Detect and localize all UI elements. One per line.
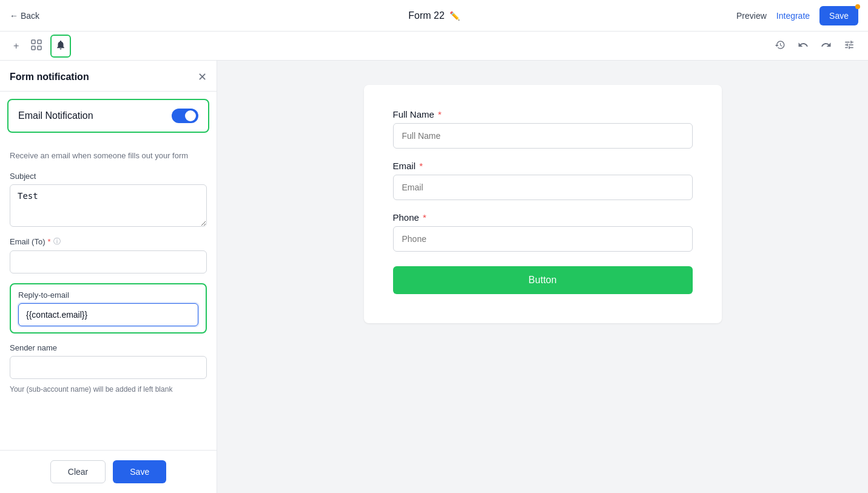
svg-rect-3 (38, 46, 41, 50)
sender-name-input[interactable] (10, 356, 207, 379)
add-element-button[interactable]: + (10, 37, 22, 55)
panel-header: Form notification ✕ (0, 61, 217, 92)
form-title: Form 22 (408, 10, 445, 21)
back-label: Back (21, 11, 39, 21)
full-name-input[interactable] (393, 123, 693, 149)
sidebar-body: Receive an email when someone fills out … (0, 140, 217, 403)
subject-field-group: Subject Test (10, 172, 207, 227)
toolbar-left: + (10, 35, 71, 58)
undo-button[interactable] (794, 36, 812, 56)
full-name-required: * (438, 109, 442, 119)
header-save-button[interactable]: Save (819, 6, 858, 25)
sender-name-label: Sender name (10, 343, 207, 352)
email-to-input[interactable] (10, 250, 207, 273)
back-arrow-icon: ← (10, 11, 18, 21)
required-indicator: * (48, 237, 51, 246)
full-name-field-group: Full Name * (393, 109, 693, 149)
sender-name-field-group: Sender name Your (sub-account name) will… (10, 343, 207, 394)
close-panel-button[interactable]: ✕ (198, 70, 207, 84)
notification-label: Email Notification (18, 110, 93, 121)
svg-rect-2 (32, 46, 35, 50)
main-layout: Form notification ✕ Email Notification R… (0, 61, 868, 493)
reply-to-input[interactable] (18, 303, 198, 326)
svg-rect-1 (38, 40, 41, 44)
toolbar-right (771, 36, 858, 56)
toolbar: + (0, 32, 868, 61)
header-left: ← Back (10, 11, 39, 21)
email-to-field-group: Email (To) * ⓘ (10, 236, 207, 273)
clear-button[interactable]: Clear (50, 460, 106, 483)
sidebar-footer: Clear Save (0, 450, 217, 493)
reply-to-label: Reply-to-email (18, 290, 198, 300)
info-icon[interactable]: ⓘ (53, 236, 61, 247)
email-to-label: Email (To) * ⓘ (10, 236, 207, 247)
panel-title: Form notification (10, 72, 89, 82)
form-preview-card: Full Name * Email * Phone * (364, 85, 722, 323)
email-required: * (419, 161, 423, 171)
full-name-label: Full Name * (393, 109, 693, 119)
phone-field-group: Phone * (393, 212, 693, 252)
back-button[interactable]: ← Back (10, 11, 39, 21)
save-button[interactable]: Save (113, 460, 166, 483)
bell-button[interactable] (50, 35, 71, 58)
svg-rect-0 (32, 40, 35, 44)
header-right: Preview Integrate Save (736, 6, 858, 25)
email-notification-card: Email Notification (7, 99, 209, 133)
history-icon (775, 39, 786, 53)
redo-button[interactable] (817, 36, 835, 56)
preview-button[interactable]: Preview (736, 11, 767, 21)
undo-icon (798, 39, 809, 53)
integrate-button[interactable]: Integrate (776, 11, 810, 21)
email-label: Email * (393, 161, 693, 171)
email-field-group: Email * (393, 161, 693, 200)
toggle-slider (172, 109, 198, 123)
reply-to-email-group: Reply-to-email (10, 283, 207, 334)
description-text: Receive an email when someone fills out … (10, 150, 207, 162)
sliders-icon (844, 39, 855, 53)
phone-label: Phone * (393, 212, 693, 223)
phone-input[interactable] (393, 226, 693, 252)
notification-toggle[interactable] (172, 109, 198, 123)
bell-icon (55, 39, 66, 53)
email-input[interactable] (393, 175, 693, 200)
sender-helper-text: Your (sub-account name) will be added if… (10, 385, 207, 394)
sidebar-panel: Form notification ✕ Email Notification R… (0, 61, 217, 493)
subject-label: Subject (10, 172, 207, 181)
edit-icon[interactable]: ✏️ (449, 11, 460, 21)
history-button[interactable] (771, 36, 789, 56)
redo-icon (821, 39, 832, 53)
subject-input[interactable]: Test (10, 184, 207, 227)
header: ← Back Form 22 ✏️ Preview Integrate Save (0, 0, 868, 32)
header-center: Form 22 ✏️ (408, 10, 460, 21)
form-submit-button[interactable]: Button (393, 266, 693, 294)
advanced-settings-button[interactable] (840, 36, 858, 56)
main-content: Full Name * Email * Phone * (217, 61, 868, 493)
grid-button[interactable] (27, 36, 45, 56)
phone-required: * (423, 212, 426, 223)
grid-icon (31, 39, 42, 53)
add-icon: + (13, 41, 19, 52)
